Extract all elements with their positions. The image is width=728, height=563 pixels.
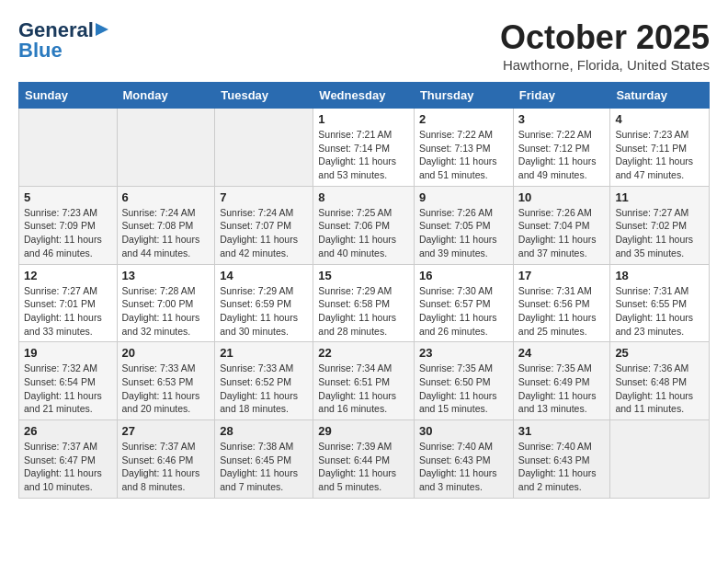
day-number: 17 <box>518 269 606 282</box>
day-info: Sunrise: 7:37 AM Sunset: 6:47 PM Dayligh… <box>24 440 112 494</box>
week-row-5: 26Sunrise: 7:37 AM Sunset: 6:47 PM Dayli… <box>19 420 710 499</box>
day-info: Sunrise: 7:24 AM Sunset: 7:07 PM Dayligh… <box>220 206 308 260</box>
calendar-cell: 13Sunrise: 7:28 AM Sunset: 7:00 PM Dayli… <box>117 264 215 342</box>
calendar-cell: 11Sunrise: 7:27 AM Sunset: 7:02 PM Dayli… <box>610 186 710 264</box>
header-tuesday: Tuesday <box>215 83 313 109</box>
calendar-cell: 14Sunrise: 7:29 AM Sunset: 6:59 PM Dayli… <box>215 264 313 342</box>
calendar-table: SundayMondayTuesdayWednesdayThursdayFrid… <box>18 82 710 499</box>
day-info: Sunrise: 7:32 AM Sunset: 6:54 PM Dayligh… <box>24 362 112 416</box>
header-monday: Monday <box>117 83 215 109</box>
day-number: 16 <box>419 269 508 282</box>
day-number: 25 <box>615 346 704 360</box>
day-info: Sunrise: 7:38 AM Sunset: 6:45 PM Dayligh… <box>220 440 308 494</box>
week-row-2: 5Sunrise: 7:23 AM Sunset: 7:09 PM Daylig… <box>19 186 710 264</box>
day-info: Sunrise: 7:24 AM Sunset: 7:08 PM Dayligh… <box>122 206 210 260</box>
day-info: Sunrise: 7:25 AM Sunset: 7:06 PM Dayligh… <box>318 206 409 260</box>
day-info: Sunrise: 7:29 AM Sunset: 6:59 PM Dayligh… <box>220 284 308 339</box>
calendar-cell: 10Sunrise: 7:26 AM Sunset: 7:04 PM Dayli… <box>513 186 610 264</box>
month-title: October 2025 <box>500 18 710 57</box>
header-saturday: Saturday <box>610 83 710 109</box>
day-number: 31 <box>518 424 606 438</box>
calendar-cell: 15Sunrise: 7:29 AM Sunset: 6:58 PM Dayli… <box>313 264 415 342</box>
day-info: Sunrise: 7:22 AM Sunset: 7:12 PM Dayligh… <box>518 128 606 182</box>
day-number: 27 <box>122 424 210 438</box>
day-number: 24 <box>518 346 606 360</box>
calendar-cell: 4Sunrise: 7:23 AM Sunset: 7:11 PM Daylig… <box>610 109 710 187</box>
week-row-3: 12Sunrise: 7:27 AM Sunset: 7:01 PM Dayli… <box>19 264 710 342</box>
day-number: 5 <box>24 190 112 204</box>
header-thursday: Thursday <box>414 83 513 109</box>
day-number: 14 <box>220 269 308 282</box>
day-number: 12 <box>24 269 112 282</box>
calendar-cell: 9Sunrise: 7:26 AM Sunset: 7:05 PM Daylig… <box>414 186 513 264</box>
day-number: 13 <box>122 269 210 282</box>
day-info: Sunrise: 7:29 AM Sunset: 6:58 PM Dayligh… <box>318 284 409 339</box>
logo-blue-text: Blue <box>18 39 63 63</box>
calendar-cell <box>19 109 118 187</box>
calendar-cell: 2Sunrise: 7:22 AM Sunset: 7:13 PM Daylig… <box>414 109 513 187</box>
day-number: 4 <box>615 112 704 126</box>
week-row-1: 1Sunrise: 7:21 AM Sunset: 7:14 PM Daylig… <box>19 109 710 187</box>
calendar-cell: 22Sunrise: 7:34 AM Sunset: 6:51 PM Dayli… <box>313 342 415 420</box>
page-header: General Blue October 2025 Hawthorne, Flo… <box>18 18 710 73</box>
calendar-cell: 3Sunrise: 7:22 AM Sunset: 7:12 PM Daylig… <box>513 109 610 187</box>
header-sunday: Sunday <box>19 83 118 109</box>
day-number: 30 <box>419 424 508 438</box>
day-info: Sunrise: 7:31 AM Sunset: 6:56 PM Dayligh… <box>518 284 606 339</box>
day-number: 11 <box>615 190 704 204</box>
calendar-cell: 23Sunrise: 7:35 AM Sunset: 6:50 PM Dayli… <box>414 342 513 420</box>
day-info: Sunrise: 7:33 AM Sunset: 6:52 PM Dayligh… <box>220 362 308 416</box>
day-info: Sunrise: 7:37 AM Sunset: 6:46 PM Dayligh… <box>122 440 210 494</box>
day-number: 1 <box>318 112 409 126</box>
day-info: Sunrise: 7:40 AM Sunset: 6:43 PM Dayligh… <box>419 440 508 494</box>
calendar-cell: 21Sunrise: 7:33 AM Sunset: 6:52 PM Dayli… <box>215 342 313 420</box>
day-info: Sunrise: 7:26 AM Sunset: 7:04 PM Dayligh… <box>518 206 606 260</box>
day-info: Sunrise: 7:36 AM Sunset: 6:48 PM Dayligh… <box>615 362 704 416</box>
day-number: 2 <box>419 112 508 126</box>
calendar-cell: 25Sunrise: 7:36 AM Sunset: 6:48 PM Dayli… <box>610 342 710 420</box>
location-subtitle: Hawthorne, Florida, United States <box>500 57 710 73</box>
day-info: Sunrise: 7:27 AM Sunset: 7:01 PM Dayligh… <box>24 284 112 339</box>
day-info: Sunrise: 7:40 AM Sunset: 6:43 PM Dayligh… <box>518 440 606 494</box>
calendar-cell: 18Sunrise: 7:31 AM Sunset: 6:55 PM Dayli… <box>610 264 710 342</box>
calendar-cell: 27Sunrise: 7:37 AM Sunset: 6:46 PM Dayli… <box>117 420 215 499</box>
logo-arrow-icon <box>96 21 112 38</box>
day-number: 9 <box>419 190 508 204</box>
day-info: Sunrise: 7:30 AM Sunset: 6:57 PM Dayligh… <box>419 284 508 339</box>
calendar-cell: 29Sunrise: 7:39 AM Sunset: 6:44 PM Dayli… <box>313 420 415 499</box>
calendar-cell: 30Sunrise: 7:40 AM Sunset: 6:43 PM Dayli… <box>414 420 513 499</box>
day-number: 21 <box>220 346 308 360</box>
day-number: 22 <box>318 346 409 360</box>
day-number: 23 <box>419 346 508 360</box>
day-info: Sunrise: 7:31 AM Sunset: 6:55 PM Dayligh… <box>615 284 704 339</box>
day-number: 8 <box>318 190 409 204</box>
day-info: Sunrise: 7:23 AM Sunset: 7:11 PM Dayligh… <box>615 128 704 182</box>
calendar-cell: 24Sunrise: 7:35 AM Sunset: 6:49 PM Dayli… <box>513 342 610 420</box>
calendar-cell: 12Sunrise: 7:27 AM Sunset: 7:01 PM Dayli… <box>19 264 118 342</box>
title-area: October 2025 Hawthorne, Florida, United … <box>500 18 710 73</box>
calendar-cell: 6Sunrise: 7:24 AM Sunset: 7:08 PM Daylig… <box>117 186 215 264</box>
day-number: 20 <box>122 346 210 360</box>
day-number: 15 <box>318 269 409 282</box>
calendar-cell: 17Sunrise: 7:31 AM Sunset: 6:56 PM Dayli… <box>513 264 610 342</box>
week-row-4: 19Sunrise: 7:32 AM Sunset: 6:54 PM Dayli… <box>19 342 710 420</box>
svg-marker-0 <box>96 23 108 36</box>
calendar-cell: 5Sunrise: 7:23 AM Sunset: 7:09 PM Daylig… <box>19 186 118 264</box>
calendar-cell: 20Sunrise: 7:33 AM Sunset: 6:53 PM Dayli… <box>117 342 215 420</box>
calendar-cell: 19Sunrise: 7:32 AM Sunset: 6:54 PM Dayli… <box>19 342 118 420</box>
day-info: Sunrise: 7:26 AM Sunset: 7:05 PM Dayligh… <box>419 206 508 260</box>
day-info: Sunrise: 7:35 AM Sunset: 6:49 PM Dayligh… <box>518 362 606 416</box>
calendar-cell: 1Sunrise: 7:21 AM Sunset: 7:14 PM Daylig… <box>313 109 415 187</box>
day-number: 26 <box>24 424 112 438</box>
day-info: Sunrise: 7:23 AM Sunset: 7:09 PM Dayligh… <box>24 206 112 260</box>
day-info: Sunrise: 7:27 AM Sunset: 7:02 PM Dayligh… <box>615 206 704 260</box>
calendar-cell: 8Sunrise: 7:25 AM Sunset: 7:06 PM Daylig… <box>313 186 415 264</box>
header-friday: Friday <box>513 83 610 109</box>
calendar-cell: 28Sunrise: 7:38 AM Sunset: 6:45 PM Dayli… <box>215 420 313 499</box>
calendar-cell <box>117 109 215 187</box>
day-number: 18 <box>615 269 704 282</box>
calendar-cell: 16Sunrise: 7:30 AM Sunset: 6:57 PM Dayli… <box>414 264 513 342</box>
header-wednesday: Wednesday <box>313 83 415 109</box>
day-info: Sunrise: 7:22 AM Sunset: 7:13 PM Dayligh… <box>419 128 508 182</box>
day-number: 6 <box>122 190 210 204</box>
